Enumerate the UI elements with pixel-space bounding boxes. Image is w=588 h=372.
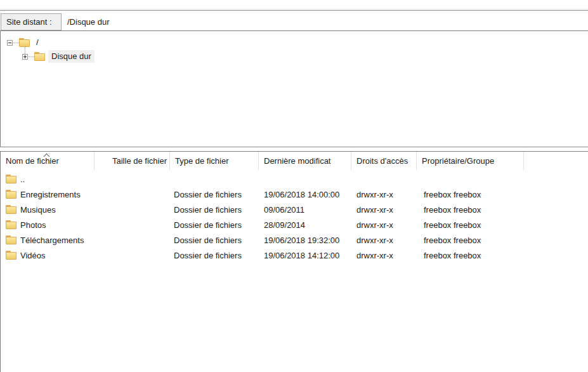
expand-expander-icon[interactable]: [22, 54, 28, 60]
file-type-cell: Dossier de fichiers: [170, 232, 259, 248]
file-owner-text: freebox freebox: [424, 236, 481, 245]
file-permissions-text: drwxr-xr-x: [356, 236, 393, 245]
file-row[interactable]: VidéosDossier de fichiers19/06/2018 14:1…: [1, 248, 588, 263]
column-header-1[interactable]: Taille de fichier: [95, 152, 170, 170]
column-header-label: Droits d'accès: [356, 156, 408, 166]
file-owner-text: freebox freebox: [424, 220, 481, 230]
tree-item-disque-dur[interactable]: Disque dur: [48, 50, 95, 63]
file-row[interactable]: TéléchargementsDossier de fichiers19/06/…: [1, 232, 588, 248]
file-size-cell: [95, 187, 170, 202]
column-header-label: Propriétaire/Groupe: [422, 156, 494, 166]
file-permissions-cell: drwxr-xr-x: [351, 232, 417, 248]
file-type-text: Dossier de fichiers: [174, 251, 242, 260]
file-owner-cell: freebox freebox: [417, 232, 524, 248]
column-header-5[interactable]: Propriétaire/Groupe: [417, 152, 524, 170]
collapse-expander-icon[interactable]: [7, 40, 13, 46]
file-row[interactable]: MusiquesDossier de fichiers09/06/2011drw…: [1, 202, 588, 217]
file-modified-cell: [259, 171, 351, 187]
tree-item-root[interactable]: /: [33, 36, 42, 49]
file-size-cell: [95, 171, 170, 187]
remote-path-field[interactable]: /Disque dur: [62, 13, 588, 30]
file-modified-cell: 28/09/2014: [259, 217, 351, 232]
folder-icon: [34, 52, 45, 61]
file-row[interactable]: EnregistrementsDossier de fichiers19/06/…: [1, 187, 588, 202]
column-header-3[interactable]: Dernière modificat: [259, 152, 351, 170]
file-permissions-cell: drwxr-xr-x: [351, 187, 417, 202]
file-modified-text: 09/06/2011: [264, 205, 304, 215]
remote-site-panel: Site distant : /Disque dur / Disque dur …: [0, 0, 588, 372]
file-type-text: Dossier de fichiers: [174, 205, 242, 215]
file-type-cell: Dossier de fichiers: [170, 202, 259, 217]
panel-top-divider: [0, 9, 588, 11]
file-name-cell: Téléchargements: [1, 232, 95, 248]
folder-icon: [19, 38, 30, 47]
folder-icon: [6, 236, 16, 244]
file-permissions-text: drwxr-xr-x: [356, 251, 393, 260]
folder-icon: [6, 220, 16, 229]
remote-site-label: Site distant :: [1, 13, 62, 30]
column-header-label: Type de fichier: [175, 156, 229, 166]
file-type-text: Dossier de fichiers: [174, 236, 242, 245]
file-modified-cell: 09/06/2011: [259, 202, 351, 217]
sort-ascending-icon: [44, 153, 50, 158]
file-modified-cell: 19/06/2018 19:32:00: [259, 232, 351, 248]
file-permissions-cell: drwxr-xr-x: [351, 217, 417, 232]
file-modified-text: 19/06/2018 14:12:00: [264, 251, 339, 260]
file-owner-cell: freebox freebox: [417, 202, 524, 217]
file-owner-text: freebox freebox: [424, 190, 481, 199]
directory-tree: / Disque dur: [0, 31, 588, 147]
file-list-header: Nom de fichierTaille de fichierType de f…: [1, 152, 588, 170]
file-size-cell: [95, 248, 170, 263]
file-name-cell: Enregistrements: [1, 187, 95, 202]
tree-connector-line: [25, 46, 25, 54]
file-name-text: Téléchargements: [20, 236, 84, 245]
file-type-cell: Dossier de fichiers: [170, 217, 259, 232]
folder-icon: [6, 205, 16, 214]
file-modified-text: 28/09/2014: [264, 220, 305, 230]
file-name-text: Vidéos: [20, 251, 46, 260]
file-modified-text: 19/06/2018 14:00:00: [264, 190, 339, 199]
file-permissions-text: drwxr-xr-x: [356, 220, 393, 230]
file-row[interactable]: ..: [1, 171, 588, 187]
file-name-cell: Vidéos: [1, 248, 95, 263]
column-header-label: Taille de fichier: [112, 156, 167, 166]
file-permissions-cell: drwxr-xr-x: [351, 202, 417, 217]
column-header-2[interactable]: Type de fichier: [170, 152, 259, 170]
file-owner-cell: freebox freebox: [417, 248, 524, 263]
column-header-label: Dernière modificat: [264, 156, 331, 166]
file-name-text: Musiques: [20, 205, 56, 215]
column-header-label: Nom de fichier: [6, 156, 59, 166]
remote-path-bar: Site distant : /Disque dur: [0, 13, 588, 31]
tree-connector-line: [29, 56, 34, 57]
file-name-cell: Photos: [1, 217, 95, 232]
file-type-cell: Dossier de fichiers: [170, 187, 259, 202]
file-name-cell: Musiques: [1, 202, 95, 217]
file-size-cell: [95, 217, 170, 232]
file-name-text: ..: [20, 175, 25, 184]
file-owner-cell: [417, 171, 524, 187]
file-size-cell: [95, 202, 170, 217]
file-owner-cell: freebox freebox: [417, 187, 524, 202]
folder-icon: [6, 190, 16, 199]
remote-file-list: Nom de fichierTaille de fichierType de f…: [0, 151, 588, 372]
file-name-cell: ..: [1, 171, 95, 187]
column-header-4[interactable]: Droits d'accès: [351, 152, 417, 170]
file-owner-text: freebox freebox: [424, 251, 481, 260]
file-permissions-cell: [351, 171, 417, 187]
file-list-rows: ..EnregistrementsDossier de fichiers19/0…: [1, 171, 588, 263]
file-owner-text: freebox freebox: [424, 205, 481, 215]
file-size-cell: [95, 232, 170, 248]
file-owner-cell: freebox freebox: [417, 217, 524, 232]
folder-icon: [6, 251, 16, 260]
file-type-text: Dossier de fichiers: [174, 190, 242, 199]
file-name-text: Photos: [20, 220, 46, 230]
file-modified-text: 19/06/2018 19:32:00: [264, 236, 339, 245]
file-type-cell: [170, 171, 259, 187]
file-type-cell: Dossier de fichiers: [170, 248, 259, 263]
file-permissions-cell: drwxr-xr-x: [351, 248, 417, 263]
file-modified-cell: 19/06/2018 14:00:00: [259, 187, 351, 202]
file-name-text: Enregistrements: [20, 190, 81, 199]
file-row[interactable]: PhotosDossier de fichiers28/09/2014drwxr…: [1, 217, 588, 232]
remote-path-value: /Disque dur: [67, 17, 109, 27]
file-permissions-text: drwxr-xr-x: [356, 190, 393, 199]
